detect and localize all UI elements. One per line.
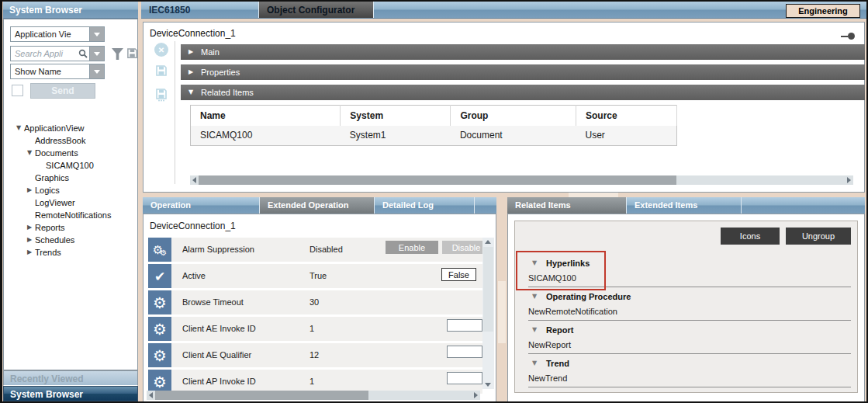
tab-extended-items[interactable]: Extended Items [627, 197, 742, 214]
scrollbar-thumb[interactable] [155, 391, 368, 400]
group-separator [528, 287, 851, 287]
tree-item-documents[interactable]: ▼Documents [5, 147, 136, 159]
group-separator [528, 387, 851, 387]
horizontal-scrollbar[interactable] [147, 391, 480, 400]
divider [175, 41, 175, 184]
property-name: Client AE Invoke ID [182, 317, 256, 341]
tab-extended-operation[interactable]: Extended Operation [260, 197, 375, 214]
system-browser-bar[interactable]: System Browser [3, 386, 138, 401]
column-header-system: System [341, 106, 451, 126]
icons-button[interactable]: Icons [721, 228, 780, 245]
search-input[interactable] [11, 47, 77, 61]
value-input[interactable] [447, 346, 482, 358]
section-header-properties[interactable]: ▶Properties [181, 64, 865, 80]
tree-item-label: RemoteNotifications [35, 209, 111, 221]
ungroup-button[interactable]: Ungroup [786, 228, 851, 245]
search-icon [77, 47, 89, 61]
group-operating-procedure: ▼Operating ProcedureNewRemoteNotificatio… [515, 289, 857, 321]
group-label: Report [546, 322, 573, 338]
group-header-hyperlinks[interactable]: ▼Hyperlinks [515, 255, 857, 271]
tree-item-label: Trends [35, 246, 61, 259]
table-header-row: NameSystemGroupSource [191, 106, 677, 126]
tab-detailed-log[interactable]: Detailed Log [375, 197, 475, 214]
collapse-icon[interactable]: ▼ [24, 147, 35, 159]
panel-toolbar: ✕ [151, 43, 173, 113]
table-cell: SICAMQ100 [191, 126, 341, 146]
tree-item-label: Graphics [35, 172, 69, 184]
tree-item-addressbook[interactable]: AddressBook [5, 134, 136, 147]
expand-icon: ▶ [181, 64, 201, 80]
close-icon[interactable]: ✕ [154, 43, 168, 57]
tab-related-items[interactable]: Related Items [507, 197, 627, 214]
group-item-newremotenotification[interactable]: NewRemoteNotification [515, 304, 857, 318]
group-separator [528, 320, 851, 321]
tree-item-trends[interactable]: ▶Trends [5, 246, 136, 259]
tree-item-reports[interactable]: ▶Reports [5, 221, 136, 234]
value-input[interactable] [447, 372, 482, 384]
section-header-main[interactable]: ▶Main [181, 44, 865, 60]
view-select[interactable]: Application Vie [10, 26, 105, 42]
filter-icon[interactable] [112, 48, 123, 60]
collapse-icon[interactable]: ▼ [13, 122, 24, 134]
tree-item-remotenotifications[interactable]: RemoteNotifications [5, 209, 136, 221]
expand-icon[interactable]: ▶ [24, 246, 35, 259]
vertical-scrollbar[interactable] [482, 238, 494, 389]
scrollbar-thumb[interactable] [483, 247, 493, 332]
recently-viewed-bar[interactable]: Recently Viewed [3, 370, 138, 386]
tab-iec61850[interactable]: IEC61850 [141, 2, 259, 18]
operation-panel: OperationExtended OperationDetailed Log … [143, 197, 496, 403]
collapse-icon: ▼ [532, 356, 546, 371]
search-box[interactable] [10, 46, 105, 61]
group-header-trend[interactable]: ▼Trend [515, 356, 857, 371]
value-input[interactable] [447, 319, 482, 332]
group-item-sicamq100[interactable]: SICAMQ100 [515, 271, 857, 285]
tree-item-logics[interactable]: ▶Logics [5, 184, 136, 196]
disable-button[interactable]: Disable [442, 241, 482, 254]
sections-container: ▶Main▶Properties▼Related ItemsNameSystem… [181, 44, 865, 146]
save-as-icon[interactable] [155, 88, 173, 103]
chevron-down-icon[interactable] [89, 47, 104, 61]
tree-item-label: Reports [35, 221, 65, 234]
group-header-operating-procedure[interactable]: ▼Operating Procedure [515, 289, 857, 304]
column-header-source: Source [576, 106, 676, 126]
group-item-newtrend[interactable]: NewTrend [515, 371, 857, 385]
tree-item-graphics[interactable]: Graphics [5, 172, 136, 184]
chevron-down-icon[interactable] [89, 27, 104, 41]
tree-item-sicamq100[interactable]: SICAMQ100 [5, 159, 136, 172]
chevron-down-icon[interactable] [89, 64, 104, 78]
tree-item-logviewer[interactable]: LogViewer [5, 196, 136, 209]
tree-item-label: Logics [35, 184, 60, 196]
save-filter-icon[interactable] [126, 47, 138, 61]
enable-button[interactable]: Enable [386, 241, 438, 254]
tab-object-configurator[interactable]: Object Configurator [259, 2, 374, 18]
send-button[interactable]: Send [30, 83, 95, 99]
scrollbar-thumb[interactable] [199, 175, 676, 185]
show-name-select[interactable]: Show Name [10, 64, 105, 79]
false-button[interactable]: False [441, 268, 476, 281]
expand-icon[interactable]: ▶ [24, 184, 35, 196]
property-value: 1 [310, 317, 314, 341]
group-item-newreport[interactable]: NewReport [515, 338, 857, 352]
pin-icon[interactable] [841, 33, 855, 40]
panel-splitter[interactable] [496, 197, 507, 403]
table-cell: System1 [341, 126, 451, 146]
op-row-client-ae-invoke-id: ⚙Client AE Invoke ID1 [148, 317, 482, 341]
engineering-button[interactable]: Engineering [786, 4, 860, 18]
group-header-report[interactable]: ▼Report [515, 322, 857, 338]
property-name: Client AE Qualifier [182, 343, 251, 367]
group-separator [528, 353, 851, 354]
table-row[interactable]: SICAMQ100System1DocumentUser [191, 126, 677, 146]
tree-item-label: LogViewer [35, 196, 75, 209]
save-icon[interactable] [155, 64, 173, 78]
tree-item-schedules[interactable]: ▶Schedules [5, 234, 136, 246]
operation-tab-bar: OperationExtended OperationDetailed Log [143, 197, 496, 214]
expand-icon[interactable]: ▶ [24, 234, 35, 246]
group-label: Trend [546, 356, 569, 371]
send-checkbox[interactable] [12, 85, 23, 96]
section-header-related-items[interactable]: ▼Related Items [181, 85, 865, 100]
tree-item-applicationview[interactable]: ▼ApplicationView [5, 122, 136, 134]
tab-operation[interactable]: Operation [143, 197, 260, 214]
check-icon: ✔ [148, 264, 171, 288]
horizontal-scrollbar[interactable] [190, 175, 853, 185]
expand-icon[interactable]: ▶ [24, 221, 35, 234]
